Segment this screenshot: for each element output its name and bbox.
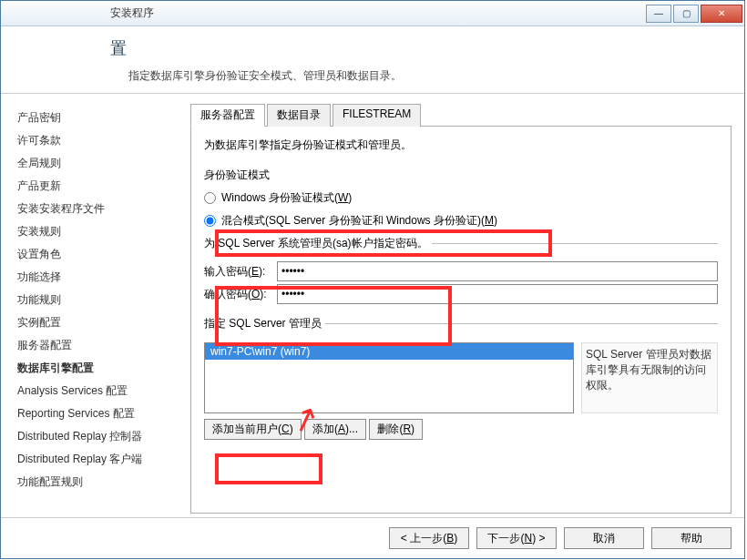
sidebar-item[interactable]: Distributed Replay 客户端 <box>17 448 176 471</box>
admin-list-item[interactable]: win7-PC\win7 (win7) <box>205 343 573 360</box>
sidebar-item[interactable]: 产品更新 <box>17 175 176 198</box>
window-buttons: — ▢ ✕ <box>646 5 744 23</box>
back-button[interactable]: < 上一步(B) <box>389 527 469 549</box>
sidebar-item[interactable]: Analysis Services 配置 <box>17 380 176 402</box>
password-enter-label: 输入密码(E): <box>204 264 277 280</box>
sidebar-item[interactable]: 全局规则 <box>17 152 176 175</box>
password-enter-input[interactable] <box>277 261 718 281</box>
tab-strip: 服务器配置数据目录FILESTREAM <box>190 103 732 127</box>
sidebar-item[interactable]: 实例配置 <box>17 311 176 334</box>
sidebar-item[interactable]: 服务器配置 <box>17 334 176 357</box>
password-confirm-input[interactable] <box>277 284 718 304</box>
maximize-button[interactable]: ▢ <box>673 5 699 23</box>
sidebar-item[interactable]: 产品密钥 <box>17 107 176 129</box>
sa-password-legend: 为 SQL Server 系统管理员(sa)帐户指定密码。 <box>204 236 432 251</box>
minimize-button[interactable]: — <box>646 5 671 23</box>
sidebar-item[interactable]: Distributed Replay 控制器 <box>17 425 176 448</box>
titlebar: 安装程序 — ▢ ✕ <box>1 1 744 26</box>
admins-note: SQL Server 管理员对数据库引擎具有无限制的访问权限。 <box>581 342 718 413</box>
sidebar-item[interactable]: 功能配置规则 <box>17 471 176 494</box>
help-button[interactable]: 帮助 <box>651 527 732 549</box>
page-subtitle: 指定数据库引擎身份验证安全模式、管理员和数据目录。 <box>110 68 726 84</box>
sidebar-item[interactable]: 数据库引擎配置 <box>17 357 176 380</box>
wizard-footer: < 上一步(B) 下一步(N) > 取消 帮助 <box>1 517 744 558</box>
cancel-button[interactable]: 取消 <box>564 527 644 549</box>
page-header: 置 指定数据库引擎身份验证安全模式、管理员和数据目录。 <box>1 26 744 94</box>
radio-windows-row[interactable]: Windows 身份验证模式(W) <box>204 190 718 206</box>
close-button[interactable]: ✕ <box>701 5 742 23</box>
radio-windows-auth[interactable] <box>204 192 216 204</box>
sidebar: 产品密钥许可条款全局规则产品更新安装安装程序文件安装规则设置角色功能选择功能规则… <box>1 94 183 517</box>
add-button[interactable]: 添加(A)... <box>304 419 366 440</box>
tab[interactable]: FILESTREAM <box>333 104 421 127</box>
radio-windows-label: Windows 身份验证模式(W) <box>221 190 352 206</box>
next-button[interactable]: 下一步(N) > <box>476 527 557 549</box>
panel-description: 为数据库引擎指定身份验证模式和管理员。 <box>204 137 718 153</box>
sa-password-group: 为 SQL Server 系统管理员(sa)帐户指定密码。 输入密码(E): 确… <box>204 236 718 309</box>
password-confirm-label: 确认密码(O): <box>204 287 277 302</box>
page-title: 置 <box>110 37 726 59</box>
sidebar-item[interactable]: 安装规则 <box>17 220 176 243</box>
tab-panel-server-config: 为数据库引擎指定身份验证模式和管理员。 身份验证模式 Windows 身份验证模… <box>190 127 732 514</box>
sidebar-item[interactable]: 安装安装程序文件 <box>17 198 176 220</box>
admins-group: 指定 SQL Server 管理员 win7-PC\win7 (win7) SQ… <box>204 316 718 442</box>
tab[interactable]: 数据目录 <box>267 104 331 127</box>
add-current-user-button[interactable]: 添加当前用户(C) <box>204 419 302 440</box>
radio-mixed-auth[interactable] <box>204 215 216 227</box>
window-title: 安装程序 <box>110 5 154 21</box>
radio-mixed-label: 混合模式(SQL Server 身份验证和 Windows 身份验证)(M) <box>221 213 497 229</box>
radio-mixed-row[interactable]: 混合模式(SQL Server 身份验证和 Windows 身份验证)(M) <box>204 213 718 229</box>
remove-button[interactable]: 删除(R) <box>369 419 423 440</box>
sidebar-item[interactable]: 许可条款 <box>17 129 176 152</box>
admins-listbox[interactable]: win7-PC\win7 (win7) <box>204 342 574 413</box>
sidebar-item[interactable]: 功能选择 <box>17 266 176 289</box>
auth-mode-label: 身份验证模式 <box>204 168 718 183</box>
admins-legend: 指定 SQL Server 管理员 <box>204 316 325 331</box>
tab[interactable]: 服务器配置 <box>190 104 265 127</box>
sidebar-item[interactable]: 功能规则 <box>17 289 176 311</box>
sidebar-item[interactable]: Reporting Services 配置 <box>17 402 176 425</box>
sidebar-item[interactable]: 设置角色 <box>17 243 176 266</box>
main-panel: 服务器配置数据目录FILESTREAM 为数据库引擎指定身份验证模式和管理员。 … <box>183 94 744 517</box>
installer-window: 安装程序 — ▢ ✕ 置 指定数据库引擎身份验证安全模式、管理员和数据目录。 产… <box>0 0 745 559</box>
